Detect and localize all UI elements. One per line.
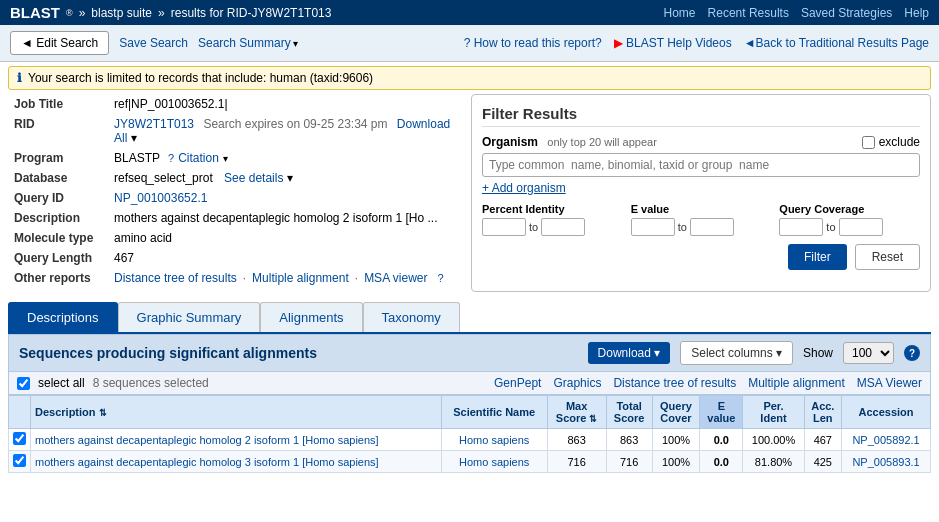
select-all-checkbox[interactable] xyxy=(17,377,30,390)
row-accession-link-0[interactable]: NP_005892.1 xyxy=(852,434,919,446)
brand-area: BLAST ® » blastp suite » results for RID… xyxy=(10,4,331,21)
filter-button[interactable]: Filter xyxy=(788,244,847,270)
percent-identity-to[interactable] xyxy=(541,218,585,236)
percent-identity-from[interactable] xyxy=(482,218,526,236)
graphics-link[interactable]: Graphics xyxy=(553,376,601,390)
see-details-link[interactable]: See details xyxy=(224,171,283,185)
row-accession-0: NP_005892.1 xyxy=(842,429,931,451)
distance-tree-header-link[interactable]: Distance tree of results xyxy=(613,376,736,390)
show-select[interactable]: 102050100200 xyxy=(843,342,894,364)
database-value: refseq_select_prot See details ▾ xyxy=(108,168,459,188)
search-summary-link[interactable]: Search Summary xyxy=(198,36,291,50)
edit-search-button[interactable]: ◄ Edit Search xyxy=(10,31,109,55)
tabs-bar: Descriptions Graphic Summary Alignments … xyxy=(8,302,931,334)
database-row: Database refseq_select_prot See details … xyxy=(8,168,459,188)
how-to-read-link[interactable]: ? How to read this report? xyxy=(464,36,602,50)
e-value-from[interactable] xyxy=(631,218,675,236)
max-score-sort-icon[interactable]: ⇅ xyxy=(589,415,597,424)
search-summary-dropdown[interactable]: Search Summary ▾ xyxy=(198,36,298,50)
tab-descriptions[interactable]: Descriptions xyxy=(8,302,118,332)
distance-tree-link[interactable]: Distance tree of results xyxy=(114,271,237,285)
other-reports-content: Distance tree of results · Multiple alig… xyxy=(114,271,453,285)
download-chevron: ▾ xyxy=(131,131,137,145)
multiple-alignment-header-link[interactable]: Multiple alignment xyxy=(748,376,845,390)
th-per-ident: Per.Ident xyxy=(743,396,804,429)
multiple-alignment-link[interactable]: Multiple alignment xyxy=(252,271,349,285)
nav-help[interactable]: Help xyxy=(904,6,929,20)
row-sci-1: Homo sapiens xyxy=(441,451,547,473)
th-acc-len: Acc.Len xyxy=(804,396,842,429)
job-table: Job Title ref|NP_001003652.1| RID JY8W2T… xyxy=(8,94,459,288)
results-help-icon[interactable]: ? xyxy=(904,345,920,361)
program-content: BLASTP ? Citation ▾ xyxy=(114,151,453,165)
other-reports-help[interactable]: ? xyxy=(437,272,443,284)
rid-value: JY8W2T1T013 Search expires on 09-25 23:3… xyxy=(108,114,459,148)
row-acc-len-0: 467 xyxy=(804,429,842,451)
description-value: mothers against decapentaplegic homolog … xyxy=(108,208,459,228)
rid-link[interactable]: JY8W2T1T013 xyxy=(114,117,194,131)
genpept-link[interactable]: GenPept xyxy=(494,376,541,390)
e-value-to[interactable] xyxy=(690,218,734,236)
exclude-checkbox[interactable] xyxy=(862,136,875,149)
row-sci-link-1[interactable]: Homo sapiens xyxy=(459,456,529,468)
tab-alignments[interactable]: Alignments xyxy=(260,302,362,332)
results-header: Sequences producing significant alignmen… xyxy=(8,334,931,372)
query-id-link[interactable]: NP_001003652.1 xyxy=(114,191,207,205)
exclude-label: exclude xyxy=(879,135,920,149)
nav-home[interactable]: Home xyxy=(664,6,696,20)
select-columns-button[interactable]: Select columns ▾ xyxy=(680,341,793,365)
nav-recent-results[interactable]: Recent Results xyxy=(708,6,789,20)
to-label-2: to xyxy=(678,221,687,233)
table-header-row: Description ⇅ Scientific Name MaxScore ⇅… xyxy=(9,396,931,429)
results-title: Sequences producing significant alignmen… xyxy=(19,345,317,361)
program-label: Program xyxy=(8,148,108,168)
row-max-score-0: 863 xyxy=(547,429,606,451)
toolbar: ◄ Edit Search Save Search Search Summary… xyxy=(0,25,939,62)
row-checkbox-0[interactable] xyxy=(9,429,31,451)
tab-taxonomy[interactable]: Taxonomy xyxy=(363,302,460,332)
row-sci-link-0[interactable]: Homo sapiens xyxy=(459,434,529,446)
organism-input[interactable] xyxy=(482,153,920,177)
results-controls: Download ▾ Select columns ▾ Show 1020501… xyxy=(588,341,920,365)
tab-graphic-summary[interactable]: Graphic Summary xyxy=(118,302,261,332)
query-coverage-label: Query Coverage xyxy=(779,203,920,215)
query-coverage-inputs: to xyxy=(779,218,920,236)
organism-label-group: Organism only top 20 will appear xyxy=(482,135,657,149)
organism-hint: only top 20 will appear xyxy=(547,136,656,148)
row-checkbox-1[interactable] xyxy=(9,451,31,473)
th-description: Description ⇅ xyxy=(31,396,442,429)
col-links: GenPept Graphics Distance tree of result… xyxy=(494,376,922,390)
top-header: BLAST ® » blastp suite » results for RID… xyxy=(0,0,939,25)
row-accession-link-1[interactable]: NP_005893.1 xyxy=(852,456,919,468)
query-coverage-to[interactable] xyxy=(839,218,883,236)
msa-viewer-link[interactable]: MSA viewer xyxy=(364,271,427,285)
nav-saved-strategies[interactable]: Saved Strategies xyxy=(801,6,892,20)
organism-row: Organism only top 20 will appear exclude xyxy=(482,135,920,149)
reset-button[interactable]: Reset xyxy=(855,244,920,270)
show-label: Show xyxy=(803,346,833,360)
program-name: BLASTP xyxy=(114,151,160,165)
e-value-label: E value xyxy=(631,203,772,215)
download-button[interactable]: Download ▾ xyxy=(588,342,671,364)
percent-identity-inputs: to xyxy=(482,218,623,236)
desc-sort-icon[interactable]: ⇅ xyxy=(99,409,107,418)
row-desc-link-1[interactable]: mothers against decapentaplegic homolog … xyxy=(35,456,379,468)
query-coverage-from[interactable] xyxy=(779,218,823,236)
th-e-value: Evalue xyxy=(700,396,743,429)
e-value-group: E value to xyxy=(631,203,772,236)
row-sci-0: Homo sapiens xyxy=(441,429,547,451)
citation-link[interactable]: Citation xyxy=(178,151,219,165)
save-search-link[interactable]: Save Search xyxy=(119,36,188,50)
filter-panel: Filter Results Organism only top 20 will… xyxy=(471,94,931,292)
row-check-0[interactable] xyxy=(13,432,26,445)
row-check-1[interactable] xyxy=(13,454,26,467)
add-organism-link[interactable]: + Add organism xyxy=(482,181,920,195)
blast-help-link[interactable]: ▶ BLAST Help Videos xyxy=(614,36,732,50)
selected-count: 8 sequences selected xyxy=(93,376,209,390)
program-help-icon[interactable]: ? xyxy=(168,152,174,164)
msa-viewer-header-link[interactable]: MSA Viewer xyxy=(857,376,922,390)
row-desc-link-0[interactable]: mothers against decapentaplegic homolog … xyxy=(35,434,379,446)
filter-ranges: Percent Identity to E value to Query Cov… xyxy=(482,203,920,236)
back-to-traditional-link[interactable]: ◄Back to Traditional Results Page xyxy=(744,36,929,50)
th-max-score: MaxScore ⇅ xyxy=(547,396,606,429)
